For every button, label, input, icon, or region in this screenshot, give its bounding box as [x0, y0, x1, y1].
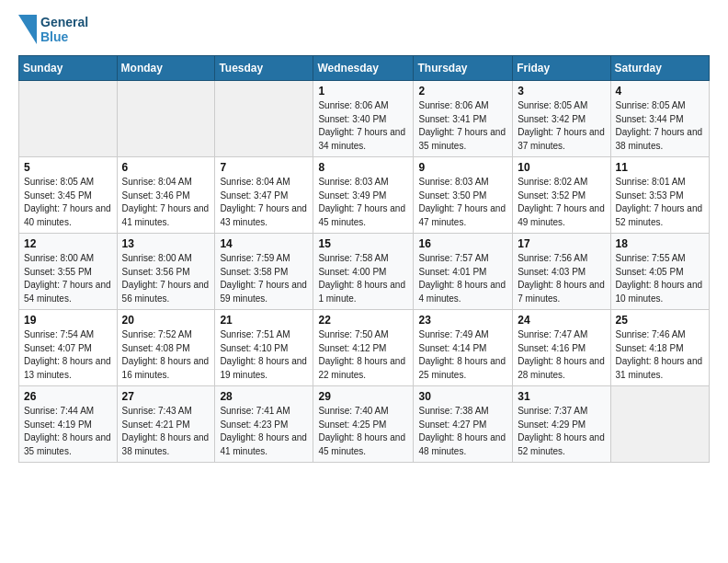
- day-info: Sunrise: 7:37 AM Sunset: 4:29 PM Dayligh…: [518, 405, 605, 458]
- calendar-cell: 24Sunrise: 7:47 AM Sunset: 4:16 PM Dayli…: [513, 310, 610, 386]
- day-info: Sunrise: 7:40 AM Sunset: 4:25 PM Dayligh…: [318, 405, 408, 458]
- day-number: 29: [318, 390, 408, 403]
- calendar-cell: 27Sunrise: 7:43 AM Sunset: 4:21 PM Dayli…: [117, 386, 215, 463]
- calendar-cell: 1Sunrise: 8:06 AM Sunset: 3:40 PM Daylig…: [313, 81, 414, 157]
- calendar-cell: 28Sunrise: 7:41 AM Sunset: 4:23 PM Dayli…: [215, 386, 313, 463]
- page-header: General Blue: [18, 15, 710, 44]
- calendar-header: SundayMondayTuesdayWednesdayThursdayFrid…: [19, 56, 710, 81]
- day-number: 8: [318, 161, 408, 174]
- calendar-cell: 6Sunrise: 8:04 AM Sunset: 3:46 PM Daylig…: [117, 157, 215, 234]
- day-number: 16: [418, 237, 507, 250]
- day-info: Sunrise: 8:03 AM Sunset: 3:49 PM Dayligh…: [318, 176, 408, 229]
- day-number: 13: [122, 237, 210, 250]
- day-number: 3: [518, 85, 605, 98]
- calendar-cell: 15Sunrise: 7:58 AM Sunset: 4:00 PM Dayli…: [313, 234, 414, 310]
- logo: General Blue: [18, 15, 88, 44]
- day-info: Sunrise: 7:44 AM Sunset: 4:19 PM Dayligh…: [24, 405, 112, 458]
- logo-triangle-icon: [18, 15, 37, 44]
- calendar-week-row: 19Sunrise: 7:54 AM Sunset: 4:07 PM Dayli…: [19, 310, 710, 386]
- calendar-cell: [117, 81, 215, 157]
- calendar-cell: 17Sunrise: 7:56 AM Sunset: 4:03 PM Dayli…: [513, 234, 610, 310]
- calendar-cell: 11Sunrise: 8:01 AM Sunset: 3:53 PM Dayli…: [610, 157, 709, 234]
- day-info: Sunrise: 7:51 AM Sunset: 4:10 PM Dayligh…: [220, 328, 308, 382]
- day-number: 5: [24, 161, 112, 174]
- day-info: Sunrise: 8:03 AM Sunset: 3:50 PM Dayligh…: [418, 176, 507, 229]
- day-info: Sunrise: 7:47 AM Sunset: 4:16 PM Dayligh…: [518, 328, 605, 382]
- calendar-cell: 12Sunrise: 8:00 AM Sunset: 3:55 PM Dayli…: [19, 234, 118, 310]
- day-info: Sunrise: 8:05 AM Sunset: 3:42 PM Dayligh…: [518, 99, 605, 153]
- calendar-cell: 9Sunrise: 8:03 AM Sunset: 3:50 PM Daylig…: [414, 157, 513, 234]
- day-number: 6: [122, 161, 210, 174]
- weekday-header: Friday: [513, 56, 610, 81]
- day-number: 9: [418, 161, 507, 174]
- calendar-cell: [215, 81, 313, 157]
- day-number: 20: [122, 314, 210, 327]
- day-info: Sunrise: 8:06 AM Sunset: 3:40 PM Dayligh…: [318, 99, 408, 153]
- logo-text-general: General: [40, 15, 88, 29]
- calendar-cell: 21Sunrise: 7:51 AM Sunset: 4:10 PM Dayli…: [215, 310, 313, 386]
- day-number: 24: [518, 314, 605, 327]
- day-info: Sunrise: 8:04 AM Sunset: 3:46 PM Dayligh…: [122, 176, 210, 229]
- weekday-header: Thursday: [414, 56, 513, 81]
- day-number: 7: [220, 161, 308, 174]
- weekday-header: Monday: [117, 56, 215, 81]
- day-number: 26: [24, 390, 112, 403]
- day-info: Sunrise: 8:04 AM Sunset: 3:47 PM Dayligh…: [220, 176, 308, 229]
- day-info: Sunrise: 7:52 AM Sunset: 4:08 PM Dayligh…: [122, 328, 210, 382]
- day-number: 1: [318, 85, 408, 98]
- day-info: Sunrise: 8:00 AM Sunset: 3:56 PM Dayligh…: [122, 252, 210, 305]
- calendar-cell: 30Sunrise: 7:38 AM Sunset: 4:27 PM Dayli…: [414, 386, 513, 463]
- weekday-header: Wednesday: [313, 56, 414, 81]
- weekday-header: Sunday: [19, 56, 118, 81]
- calendar-cell: 7Sunrise: 8:04 AM Sunset: 3:47 PM Daylig…: [215, 157, 313, 234]
- day-info: Sunrise: 8:00 AM Sunset: 3:55 PM Dayligh…: [24, 252, 112, 305]
- day-number: 10: [518, 161, 605, 174]
- day-info: Sunrise: 7:46 AM Sunset: 4:18 PM Dayligh…: [616, 328, 704, 382]
- day-number: 28: [220, 390, 308, 403]
- calendar-cell: 16Sunrise: 7:57 AM Sunset: 4:01 PM Dayli…: [414, 234, 513, 310]
- day-number: 25: [616, 314, 704, 327]
- calendar-cell: 8Sunrise: 8:03 AM Sunset: 3:49 PM Daylig…: [313, 157, 414, 234]
- logo-block: General Blue: [18, 15, 88, 44]
- day-info: Sunrise: 7:38 AM Sunset: 4:27 PM Dayligh…: [418, 405, 507, 458]
- calendar-cell: 2Sunrise: 8:06 AM Sunset: 3:41 PM Daylig…: [414, 81, 513, 157]
- day-info: Sunrise: 7:43 AM Sunset: 4:21 PM Dayligh…: [122, 405, 210, 458]
- day-info: Sunrise: 7:50 AM Sunset: 4:12 PM Dayligh…: [318, 328, 408, 382]
- calendar-cell: 25Sunrise: 7:46 AM Sunset: 4:18 PM Dayli…: [610, 310, 709, 386]
- calendar-week-row: 26Sunrise: 7:44 AM Sunset: 4:19 PM Dayli…: [19, 386, 710, 463]
- calendar-cell: 26Sunrise: 7:44 AM Sunset: 4:19 PM Dayli…: [19, 386, 118, 463]
- calendar-cell: [19, 81, 118, 157]
- calendar-cell: 3Sunrise: 8:05 AM Sunset: 3:42 PM Daylig…: [513, 81, 610, 157]
- day-info: Sunrise: 7:58 AM Sunset: 4:00 PM Dayligh…: [318, 252, 408, 305]
- day-info: Sunrise: 7:54 AM Sunset: 4:07 PM Dayligh…: [24, 328, 112, 382]
- calendar-week-row: 1Sunrise: 8:06 AM Sunset: 3:40 PM Daylig…: [19, 81, 710, 157]
- day-number: 2: [418, 85, 507, 98]
- weekday-header: Tuesday: [215, 56, 313, 81]
- day-number: 23: [418, 314, 507, 327]
- day-number: 11: [616, 161, 704, 174]
- day-info: Sunrise: 7:49 AM Sunset: 4:14 PM Dayligh…: [418, 328, 507, 382]
- calendar-week-row: 12Sunrise: 8:00 AM Sunset: 3:55 PM Dayli…: [19, 234, 710, 310]
- calendar-cell: 29Sunrise: 7:40 AM Sunset: 4:25 PM Dayli…: [313, 386, 414, 463]
- calendar-cell: 18Sunrise: 7:55 AM Sunset: 4:05 PM Dayli…: [610, 234, 709, 310]
- calendar-cell: [610, 386, 709, 463]
- calendar-cell: 22Sunrise: 7:50 AM Sunset: 4:12 PM Dayli…: [313, 310, 414, 386]
- day-number: 12: [24, 237, 112, 250]
- calendar-cell: 13Sunrise: 8:00 AM Sunset: 3:56 PM Dayli…: [117, 234, 215, 310]
- day-info: Sunrise: 7:57 AM Sunset: 4:01 PM Dayligh…: [418, 252, 507, 305]
- calendar-cell: 20Sunrise: 7:52 AM Sunset: 4:08 PM Dayli…: [117, 310, 215, 386]
- calendar-week-row: 5Sunrise: 8:05 AM Sunset: 3:45 PM Daylig…: [19, 157, 710, 234]
- day-number: 17: [518, 237, 605, 250]
- calendar-cell: 14Sunrise: 7:59 AM Sunset: 3:58 PM Dayli…: [215, 234, 313, 310]
- logo-text-blue: Blue: [40, 29, 88, 44]
- calendar-cell: 10Sunrise: 8:02 AM Sunset: 3:52 PM Dayli…: [513, 157, 610, 234]
- day-info: Sunrise: 8:05 AM Sunset: 3:45 PM Dayligh…: [24, 176, 112, 229]
- day-info: Sunrise: 7:59 AM Sunset: 3:58 PM Dayligh…: [220, 252, 308, 305]
- day-number: 30: [418, 390, 507, 403]
- day-number: 21: [220, 314, 308, 327]
- day-number: 27: [122, 390, 210, 403]
- day-number: 22: [318, 314, 408, 327]
- day-info: Sunrise: 7:56 AM Sunset: 4:03 PM Dayligh…: [518, 252, 605, 305]
- day-info: Sunrise: 8:01 AM Sunset: 3:53 PM Dayligh…: [616, 176, 704, 229]
- day-info: Sunrise: 7:41 AM Sunset: 4:23 PM Dayligh…: [220, 405, 308, 458]
